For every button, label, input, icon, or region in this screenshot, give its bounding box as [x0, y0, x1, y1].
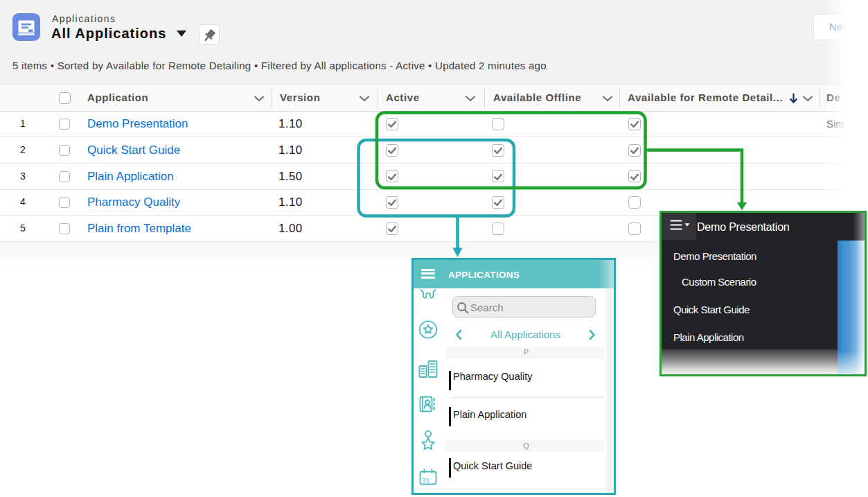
svg-text:21: 21 — [423, 476, 430, 484]
